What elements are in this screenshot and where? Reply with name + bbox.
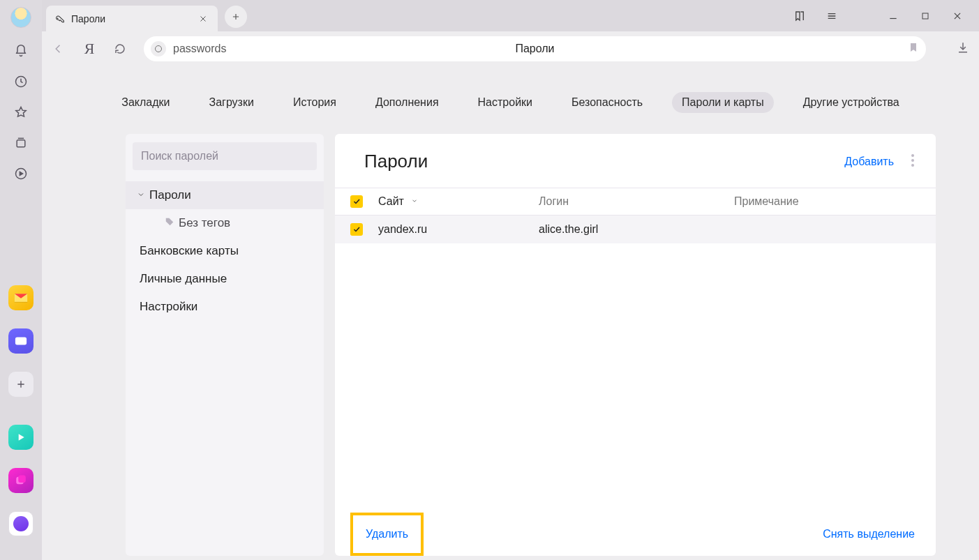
table-header: Сайт Логин Примечание <box>335 188 936 215</box>
back-icon[interactable] <box>52 42 66 56</box>
tab-strip: Пароли <box>42 0 979 31</box>
nav-history[interactable]: История <box>283 92 346 113</box>
url-text: passwords <box>173 43 226 55</box>
sidebar-item-label: Без тегов <box>179 216 230 230</box>
maximize-icon[interactable] <box>919 10 932 22</box>
games-app-tile[interactable] <box>8 468 33 493</box>
cell-site: yandex.ru <box>378 223 539 236</box>
nav-downloads[interactable]: Загрузки <box>199 92 263 113</box>
svg-rect-5 <box>18 476 26 483</box>
window-controls <box>793 10 979 22</box>
nav-settings[interactable]: Настройки <box>468 92 542 113</box>
side-panel: Поиск паролей Пароли Без тегов Банковски… <box>126 134 324 556</box>
svg-rect-7 <box>922 13 928 19</box>
address-bar[interactable]: passwords Пароли <box>144 36 926 61</box>
settings-nav: Закладки Загрузки История Дополнения Нас… <box>42 66 979 113</box>
page-body: Закладки Загрузки История Дополнения Нас… <box>42 66 979 560</box>
col-note: Примечание <box>734 195 936 208</box>
nav-devices[interactable]: Другие устройства <box>793 92 909 113</box>
kinopoisk-app-tile[interactable] <box>8 328 33 354</box>
sidebar-item-untagged[interactable]: Без тегов <box>133 209 317 237</box>
star-icon[interactable] <box>13 105 29 120</box>
nav-security[interactable]: Безопасность <box>562 92 652 113</box>
page-title: Пароли <box>364 151 428 172</box>
yandex-logo-icon[interactable]: Я <box>82 42 96 56</box>
nav-passwords[interactable]: Пароли и карты <box>672 92 774 113</box>
svg-point-9 <box>911 154 914 157</box>
history-icon[interactable] <box>13 74 29 89</box>
menu-icon[interactable] <box>825 10 838 22</box>
tab-title: Пароли <box>71 13 191 24</box>
alice-app-tile[interactable] <box>8 511 33 536</box>
reload-icon[interactable] <box>113 42 127 56</box>
sort-caret-icon <box>411 197 418 206</box>
play-circle-icon[interactable] <box>13 166 29 181</box>
bookmark-icon[interactable] <box>908 42 919 55</box>
chevron-down-icon <box>137 188 145 202</box>
add-app-tile[interactable] <box>8 372 33 397</box>
svg-point-10 <box>911 159 914 162</box>
close-window-icon[interactable] <box>951 10 964 22</box>
table-row[interactable]: yandex.ru alice.the.girl <box>335 215 936 243</box>
collections-icon[interactable] <box>13 135 29 151</box>
row-checkbox[interactable] <box>350 223 363 236</box>
sidebar-item-settings[interactable]: Настройки <box>133 293 317 321</box>
profile-avatar[interactable] <box>10 7 31 28</box>
svg-point-11 <box>911 164 914 167</box>
sidebar-item-cards[interactable]: Банковские карты <box>133 237 317 265</box>
mail-app-tile[interactable] <box>8 285 33 310</box>
tab-passwords[interactable]: Пароли <box>46 6 218 32</box>
col-login: Логин <box>539 195 734 208</box>
minimize-icon[interactable] <box>887 10 899 22</box>
svg-rect-1 <box>17 140 25 147</box>
sidebar-item-label: Пароли <box>149 188 191 202</box>
music-app-tile[interactable] <box>8 425 33 450</box>
page-label: Пароли <box>515 43 554 55</box>
close-tab-icon[interactable] <box>197 13 209 25</box>
cell-login: alice.the.girl <box>539 223 734 236</box>
side-dock <box>0 0 42 560</box>
sidebar-item-passwords[interactable]: Пароли <box>126 181 324 209</box>
main-panel: Пароли Добавить Сайт Логин Примечание <box>335 134 936 556</box>
new-tab-button[interactable] <box>225 6 247 28</box>
site-info-icon[interactable] <box>151 41 166 56</box>
address-toolbar: Я passwords Пароли <box>42 31 979 66</box>
svg-rect-3 <box>15 338 27 345</box>
col-site[interactable]: Сайт <box>378 195 539 208</box>
extensions-icon[interactable] <box>793 10 806 22</box>
tag-icon <box>165 216 174 230</box>
nav-addons[interactable]: Дополнения <box>366 92 449 113</box>
selection-footer: Удалить Снять выделение <box>335 513 936 556</box>
key-icon <box>54 13 66 24</box>
svg-point-8 <box>156 45 162 52</box>
search-input[interactable]: Поиск паролей <box>133 142 317 170</box>
deselect-button[interactable]: Снять выделение <box>823 528 915 540</box>
select-all-checkbox[interactable] <box>350 195 363 208</box>
add-button[interactable]: Добавить <box>844 156 894 168</box>
nav-bookmarks[interactable]: Закладки <box>112 92 179 113</box>
svg-point-6 <box>57 17 59 19</box>
delete-button[interactable]: Удалить <box>350 513 424 556</box>
bell-icon[interactable] <box>13 43 29 59</box>
more-icon[interactable] <box>911 153 915 169</box>
downloads-icon[interactable] <box>957 41 969 56</box>
sidebar-item-personal[interactable]: Личные данные <box>133 265 317 293</box>
